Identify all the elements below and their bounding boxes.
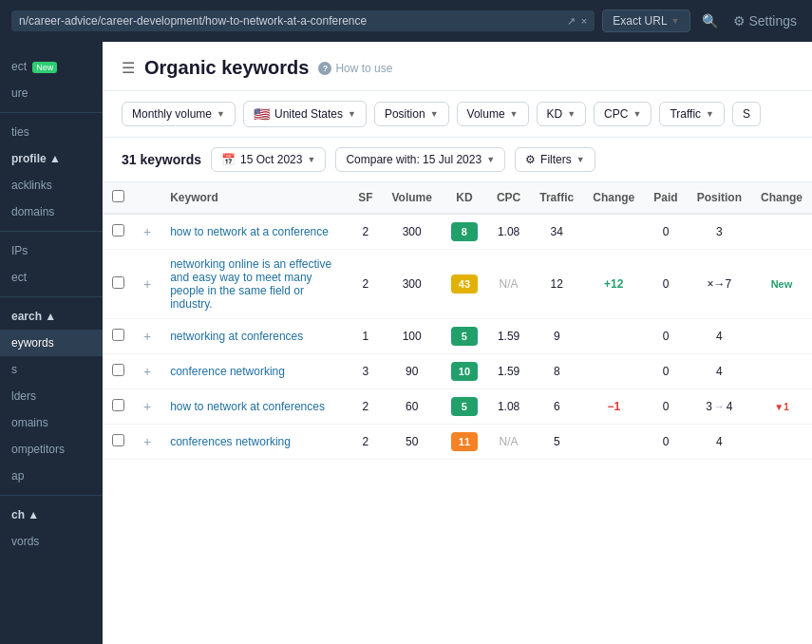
filter-icon: ⚙ [525, 153, 536, 166]
row-poschange-5 [751, 425, 812, 460]
sidebar-item-words[interactable]: vords [0, 528, 103, 555]
kd-badge-5: 11 [451, 432, 478, 451]
external-link-icon[interactable]: ↗ [567, 15, 576, 28]
row-checkbox-1[interactable] [112, 276, 124, 289]
row-checkbox-3[interactable] [112, 364, 124, 376]
row-add-cell-4[interactable]: + [134, 389, 161, 425]
row-sf-1: 2 [349, 250, 382, 319]
row-keyword-1: networking online is an effective and ea… [161, 250, 349, 319]
sidebar-item-ties[interactable]: ties [0, 119, 103, 145]
row-traffic-1: 12 [530, 250, 583, 319]
compare-button[interactable]: Compare with: 15 Jul 2023 ▼ [335, 147, 505, 172]
sidebar-divider-1 [0, 112, 103, 113]
add-keyword-icon[interactable]: + [143, 434, 151, 449]
position-filter[interactable]: Position ▼ [374, 102, 449, 126]
row-add-cell-2[interactable]: + [134, 319, 161, 354]
row-sf-5: 2 [349, 425, 382, 460]
date-picker-button[interactable]: 📅 15 Oct 2023 ▼ [211, 147, 326, 172]
url-text: n/career-advice/career-development/how-t… [19, 14, 561, 28]
row-cpc-3: 1.59 [487, 354, 530, 389]
row-checkbox-0[interactable] [112, 224, 124, 237]
row-checkbox-5[interactable] [112, 434, 124, 446]
position-to: 7 [725, 277, 731, 291]
close-tab-icon[interactable]: × [581, 15, 587, 27]
sidebar-item-map[interactable]: ap [0, 463, 103, 489]
chevron-down-icon: ▼ [706, 109, 714, 119]
select-all-checkbox[interactable] [112, 190, 124, 202]
volume-filter[interactable]: Volume ▼ [457, 102, 529, 126]
keyword-link-3[interactable]: conference networking [170, 365, 285, 378]
sidebar: ect New ure ties profile ▲ acklinks doma… [0, 42, 103, 644]
cpc-filter[interactable]: CPC ▼ [594, 102, 651, 126]
row-kd-5: 11 [442, 425, 487, 460]
hamburger-icon[interactable]: ☰ [122, 59, 135, 77]
sidebar-item-ch[interactable]: ch ▲ [0, 502, 103, 528]
row-add-cell-3[interactable]: + [134, 354, 161, 389]
header-position: Position [688, 182, 751, 214]
keyword-link-0[interactable]: how to network at a conference [170, 225, 329, 238]
add-keyword-icon[interactable]: + [143, 364, 151, 379]
search-button[interactable]: 🔍 [698, 9, 722, 32]
header-sf: SF [349, 182, 382, 214]
chevron-down-icon: ▼ [430, 109, 439, 119]
row-sf-2: 1 [349, 319, 382, 354]
settings-button[interactable]: ⚙ Settings [729, 9, 801, 32]
country-filter[interactable]: 🇺🇸 United States ▼ [243, 101, 367, 127]
row-change-1: +12 [583, 250, 644, 319]
sidebar-item-s[interactable]: s [0, 356, 103, 383]
sidebar-item-ure[interactable]: ure [0, 80, 103, 106]
exact-url-button[interactable]: Exact URL ▼ [602, 9, 689, 32]
keyword-link-1[interactable]: networking online is an effective and ea… [170, 257, 331, 311]
sidebar-item-ect2[interactable]: ect [0, 264, 103, 291]
row-paid-5: 0 [644, 425, 687, 460]
add-keyword-icon[interactable]: + [143, 224, 151, 239]
chevron-down-icon: ▼ [217, 109, 225, 119]
sidebar-item-competitors[interactable]: ompetitors [0, 436, 103, 463]
monthly-volume-filter[interactable]: Monthly volume ▼ [122, 102, 236, 126]
header-kd: KD [442, 182, 487, 214]
table-row: +conference networking390101.59804 [103, 354, 812, 389]
chevron-down-icon: ▼ [671, 16, 680, 26]
position-from: 3 [706, 400, 712, 413]
row-add-cell-5[interactable]: + [134, 425, 161, 460]
sidebar-item-keywords[interactable]: eywords [0, 330, 103, 356]
add-keyword-icon[interactable]: + [143, 399, 151, 414]
sidebar-item-folders[interactable]: lders [0, 383, 103, 409]
row-add-cell-0[interactable]: + [134, 214, 161, 250]
kd-filter[interactable]: KD ▼ [537, 102, 587, 126]
add-keyword-icon[interactable]: + [143, 276, 151, 292]
row-cpc-1: N/A [487, 250, 530, 319]
keyword-link-5[interactable]: conferences networking [170, 435, 291, 448]
row-checkbox-4[interactable] [112, 399, 124, 411]
calendar-icon: 📅 [221, 153, 236, 166]
row-change-5 [583, 425, 644, 460]
row-position-4: 3→4 [688, 389, 751, 425]
row-position-2: 4 [688, 319, 751, 354]
sidebar-item-ect[interactable]: ect New [0, 53, 103, 80]
sidebar-item-ips[interactable]: IPs [0, 237, 103, 264]
traffic-filter[interactable]: Traffic ▼ [659, 102, 725, 126]
add-keyword-icon[interactable]: + [143, 329, 151, 344]
sidebar-item-omains[interactable]: omains [0, 409, 103, 436]
keyword-count: 31 keywords [122, 152, 201, 167]
sidebar-item-backlinks[interactable]: acklinks [0, 172, 103, 199]
kd-badge-1: 43 [451, 275, 478, 294]
row-paid-3: 0 [644, 354, 687, 389]
sidebar-item-domains[interactable]: domains [0, 199, 103, 225]
table-row: +networking online is an effective and e… [103, 250, 812, 319]
header-volume: Volume [382, 182, 441, 214]
s-filter[interactable]: S [732, 102, 761, 126]
row-paid-4: 0 [644, 389, 687, 425]
table-row: +how to network at a conference230081.08… [103, 214, 812, 250]
keyword-link-4[interactable]: how to network at conferences [170, 400, 325, 413]
row-sf-0: 2 [349, 214, 382, 250]
header-keyword: Keyword [161, 182, 349, 214]
keyword-link-2[interactable]: networking at conferences [170, 330, 303, 343]
sidebar-item-profile[interactable]: profile ▲ [0, 145, 103, 172]
how-to-use-link[interactable]: ? How to use [318, 62, 392, 75]
row-add-cell-1[interactable]: + [134, 250, 161, 319]
filters-button[interactable]: ⚙ Filters ▼ [515, 147, 595, 172]
sidebar-item-search-header[interactable]: earch ▲ [0, 303, 103, 330]
row-poschange-1: New [751, 250, 812, 319]
row-checkbox-2[interactable] [112, 329, 124, 341]
